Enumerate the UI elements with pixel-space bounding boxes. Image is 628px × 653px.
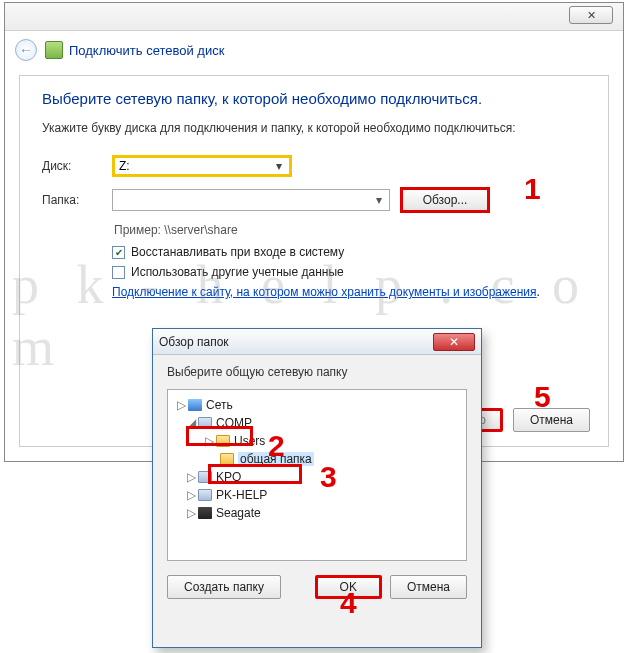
tree-node-network[interactable]: ▷ Сеть [174, 396, 460, 414]
computer-icon [198, 417, 212, 429]
annotation-2: 2 [268, 429, 285, 463]
wizard-header: ← Подключить сетевой диск [5, 31, 623, 67]
drive-label: Диск: [42, 159, 112, 173]
computer-icon [198, 471, 212, 483]
folder-icon [220, 453, 234, 465]
annotation-4: 4 [340, 586, 357, 620]
expand-icon[interactable]: ▷ [186, 488, 196, 502]
folder-row: Папка: ▾ Обзор... [42, 187, 586, 213]
browse-cancel-button[interactable]: Отмена [390, 575, 467, 599]
browse-tree[interactable]: ▷ Сеть ◢ COMP ▷ Users общая папка ▷ KPO … [167, 389, 467, 561]
othercreds-label: Использовать другие учетные данные [131, 265, 344, 279]
reconnect-checkbox[interactable]: ✔ [112, 246, 125, 259]
tree-node-seagate[interactable]: ▷ Seagate [174, 504, 460, 522]
browse-close-button[interactable]: ✕ [433, 333, 475, 351]
tree-node-shared[interactable]: общая папка [174, 450, 460, 468]
example-text: Пример: \\server\share [114, 223, 586, 237]
annotation-3: 3 [320, 460, 337, 494]
wizard-heading: Выберите сетевую папку, к которой необхо… [42, 90, 586, 107]
cancel-button[interactable]: Отмена [513, 408, 590, 432]
expand-icon[interactable]: ▷ [176, 398, 186, 412]
browse-button[interactable]: Обзор... [400, 187, 490, 213]
drive-icon [198, 507, 212, 519]
folder-combobox[interactable]: ▾ [112, 189, 390, 211]
network-icon [188, 399, 202, 411]
drive-value: Z: [119, 159, 130, 173]
back-icon[interactable]: ← [15, 39, 37, 61]
collapse-icon[interactable]: ◢ [186, 416, 196, 430]
chevron-down-icon: ▾ [373, 194, 385, 206]
tree-node-comp[interactable]: ◢ COMP [174, 414, 460, 432]
reconnect-row: ✔ Восстанавливать при входе в систему [112, 245, 586, 259]
drive-select[interactable]: Z: ▾ [112, 155, 292, 177]
chevron-down-icon: ▾ [273, 160, 285, 172]
drive-row: Диск: Z: ▾ [42, 155, 586, 177]
tree-node-kpo[interactable]: ▷ KPO [174, 468, 460, 486]
window-title: Подключить сетевой диск [69, 43, 224, 58]
titlebar: ✕ [5, 3, 623, 31]
othercreds-row: Использовать другие учетные данные [112, 265, 586, 279]
browse-folders-dialog: Обзор папок ✕ Выберите общую сетевую пап… [152, 328, 482, 648]
storage-link[interactable]: Подключение к сайту, на котором можно хр… [112, 285, 537, 299]
tree-node-users[interactable]: ▷ Users [174, 432, 460, 450]
annotation-5: 5 [534, 380, 551, 414]
storage-link-line: Подключение к сайту, на котором можно хр… [112, 285, 586, 299]
window-close-button[interactable]: ✕ [569, 6, 613, 24]
othercreds-checkbox[interactable] [112, 266, 125, 279]
folder-icon [216, 435, 230, 447]
browse-titlebar: Обзор папок ✕ [153, 329, 481, 355]
browse-subtitle: Выберите общую сетевую папку [153, 355, 481, 385]
expand-icon[interactable]: ▷ [186, 470, 196, 484]
create-folder-button[interactable]: Создать папку [167, 575, 281, 599]
browse-footer: Создать папку OK Отмена [153, 569, 481, 609]
annotation-1: 1 [524, 172, 541, 206]
expand-icon[interactable]: ▷ [186, 506, 196, 520]
wizard-instruction: Укажите букву диска для подключения и па… [42, 121, 586, 135]
computer-icon [198, 489, 212, 501]
browse-title: Обзор папок [159, 335, 229, 349]
network-drive-icon [45, 41, 63, 59]
expand-icon[interactable]: ▷ [204, 434, 214, 448]
reconnect-label: Восстанавливать при входе в систему [131, 245, 344, 259]
tree-node-pkhelp[interactable]: ▷ PK-HELP [174, 486, 460, 504]
folder-label: Папка: [42, 193, 112, 207]
